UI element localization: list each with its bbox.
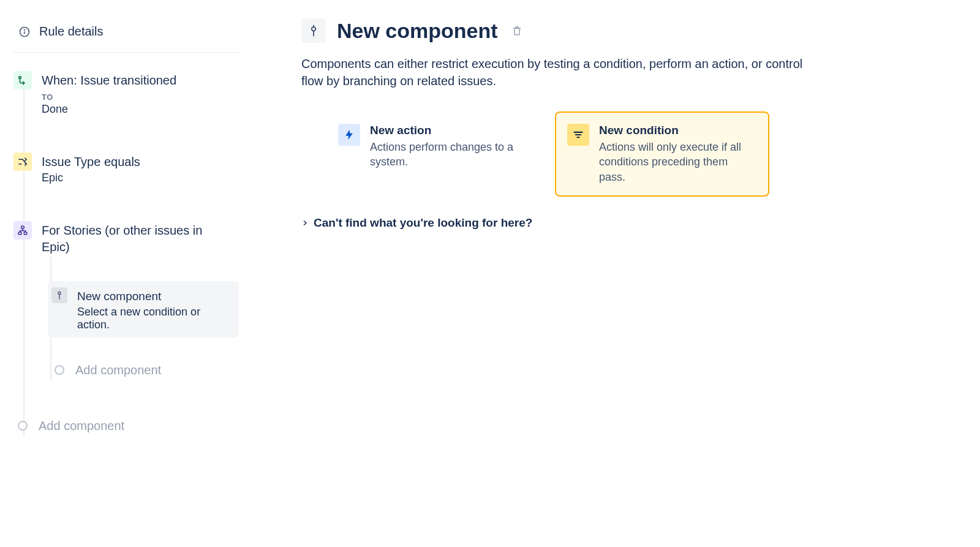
- root-add-label: Add component: [39, 419, 124, 433]
- branch-title: For Stories (or other issues in Epic): [42, 222, 233, 255]
- chevron-right-icon: [301, 219, 309, 227]
- info-icon: [18, 26, 31, 38]
- new-condition-desc: Actions will only execute if all conditi…: [599, 140, 757, 184]
- root-add-component[interactable]: Add component: [13, 415, 239, 437]
- new-action-title: New action: [370, 124, 528, 137]
- new-condition-card[interactable]: New condition Actions will only execute …: [555, 111, 769, 197]
- new-component-subtitle: Select a new condition or action.: [77, 306, 232, 331]
- svg-point-2: [24, 29, 25, 30]
- new-action-card[interactable]: New action Actions perform changes to a …: [326, 111, 540, 197]
- add-circle-icon: [18, 421, 28, 431]
- condition-title: Issue Type equals: [42, 154, 233, 170]
- branch-add-label: Add component: [75, 363, 161, 377]
- component-icon: [301, 18, 326, 43]
- condition-step[interactable]: Issue Type equals Epic: [13, 149, 239, 188]
- filter-icon: [567, 124, 589, 146]
- svg-rect-6: [24, 232, 27, 235]
- condition-icon: [13, 153, 32, 171]
- new-action-desc: Actions perform changes to a system.: [370, 140, 528, 170]
- rule-chain: When: Issue transitioned TO Done Issue T…: [11, 67, 239, 437]
- delete-button[interactable]: [509, 23, 525, 39]
- trigger-icon: [13, 71, 32, 89]
- trigger-to-value: Done: [42, 103, 233, 116]
- new-component-step[interactable]: New component Select a new condition or …: [48, 281, 239, 338]
- condition-value: Epic: [42, 172, 233, 184]
- branch-children: New component Select a new condition or …: [38, 281, 239, 381]
- main-description: Components can either restrict execution…: [301, 55, 804, 89]
- branch-step[interactable]: For Stories (or other issues in Epic): [13, 217, 239, 259]
- main-panel: New component Components can either rest…: [239, 0, 980, 547]
- new-component-title: New component: [77, 289, 232, 304]
- cant-find-expander[interactable]: Can't find what you're looking for here?: [301, 216, 956, 230]
- lightning-icon: [338, 124, 360, 146]
- svg-rect-4: [21, 226, 24, 228]
- trigger-to-label: TO: [42, 92, 233, 102]
- branch-add-component[interactable]: Add component: [50, 360, 239, 381]
- branch-icon: [13, 221, 32, 240]
- rule-details-link[interactable]: Rule details: [11, 25, 239, 53]
- trigger-step[interactable]: When: Issue transitioned TO Done: [13, 67, 239, 119]
- page-title: New component: [337, 19, 498, 43]
- component-icon: [51, 287, 67, 303]
- svg-point-7: [58, 292, 61, 295]
- svg-rect-5: [18, 232, 21, 235]
- component-cards: New action Actions perform changes to a …: [326, 111, 956, 197]
- main-header: New component: [301, 18, 956, 43]
- svg-point-3: [19, 77, 21, 79]
- add-circle-icon: [55, 365, 64, 375]
- rule-sidebar: Rule details When: Issue transitioned TO…: [0, 0, 239, 547]
- rule-details-label: Rule details: [39, 25, 104, 39]
- svg-point-10: [312, 27, 315, 31]
- cant-find-label: Can't find what you're looking for here?: [314, 216, 532, 230]
- new-condition-title: New condition: [599, 124, 757, 137]
- trigger-title: When: Issue transitioned: [42, 72, 233, 89]
